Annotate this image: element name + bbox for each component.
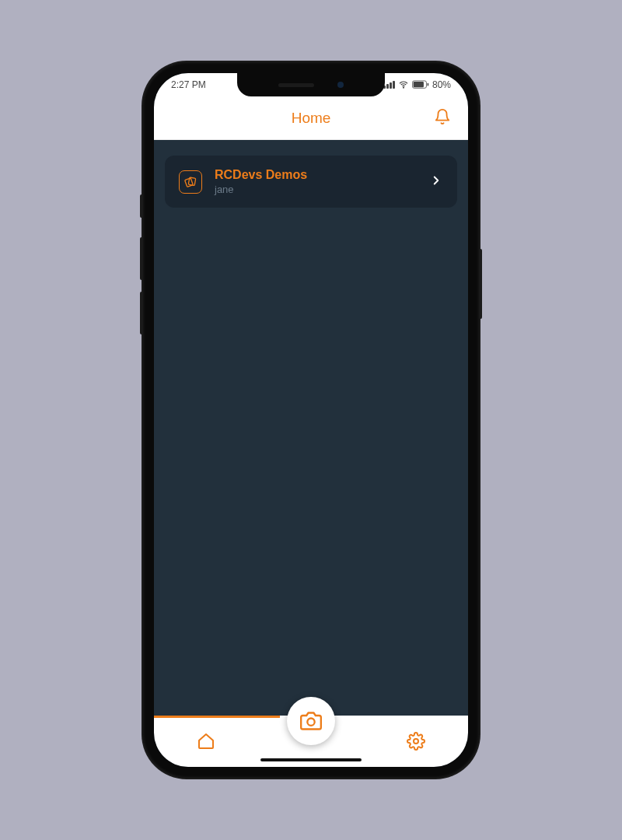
camera-icon: [300, 710, 322, 732]
camera-button[interactable]: [287, 697, 335, 745]
battery-icon: [412, 80, 429, 89]
side-button: [140, 292, 143, 334]
notch: [237, 73, 385, 96]
tab-settings[interactable]: [393, 732, 439, 751]
side-button: [140, 194, 143, 218]
svg-rect-3: [428, 83, 429, 86]
app-header: Home: [154, 96, 468, 140]
status-left: 2:27 PM: [171, 79, 206, 90]
token-icon: [184, 176, 197, 188]
page-title: Home: [292, 110, 331, 127]
account-title: RCDevs Demos: [215, 168, 417, 182]
front-camera: [337, 82, 344, 88]
gear-icon: [407, 732, 425, 751]
status-battery-text: 80%: [432, 79, 451, 90]
account-card[interactable]: RCDevs Demos jane: [165, 156, 457, 208]
notifications-button[interactable]: [434, 108, 451, 128]
svg-point-6: [307, 719, 314, 726]
bell-icon: [434, 108, 451, 125]
signal-icon: [383, 81, 395, 89]
side-button: [140, 237, 143, 280]
wifi-icon: [398, 80, 409, 89]
status-right: 80%: [383, 79, 451, 90]
speaker: [278, 83, 314, 87]
status-time: 2:27 PM: [171, 79, 206, 90]
content-area: RCDevs Demos jane: [154, 140, 468, 716]
tab-home[interactable]: [183, 732, 229, 751]
svg-rect-2: [414, 82, 424, 87]
home-indicator[interactable]: [260, 758, 362, 761]
account-icon-box: [179, 170, 202, 194]
chevron-right-icon: [429, 173, 443, 191]
account-text: RCDevs Demos jane: [215, 168, 417, 195]
account-subtitle: jane: [215, 184, 417, 195]
screen: 2:27 PM 80% Home: [154, 73, 468, 767]
side-button: [479, 249, 482, 319]
svg-point-7: [414, 739, 418, 744]
home-icon: [197, 732, 215, 751]
phone-frame: 2:27 PM 80% Home: [143, 62, 479, 778]
svg-point-0: [403, 87, 404, 88]
tab-indicator: [154, 716, 280, 718]
